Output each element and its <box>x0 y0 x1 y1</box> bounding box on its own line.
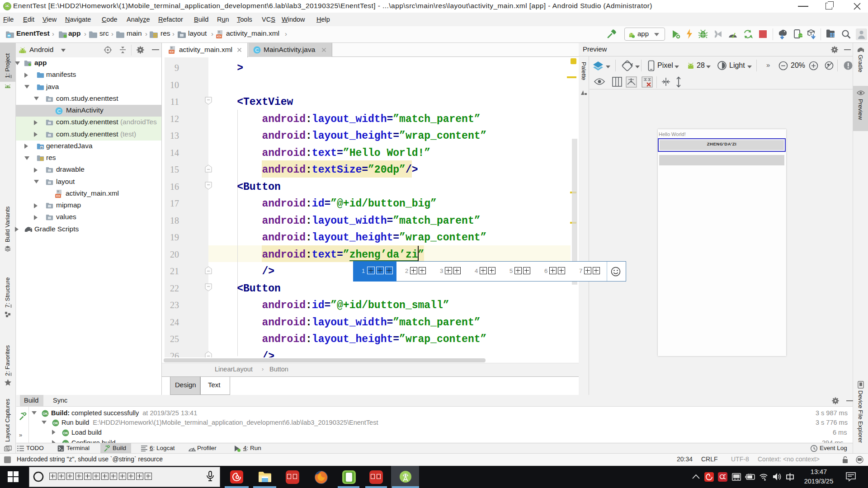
svg-text:C: C <box>255 47 259 53</box>
svg-text:C: C <box>57 108 61 113</box>
svg-text:OK: OK <box>53 421 58 425</box>
svg-text:OK: OK <box>63 431 68 435</box>
svg-text:<>: <> <box>217 34 222 38</box>
svg-text:OK: OK <box>42 412 48 416</box>
svg-text:<>: <> <box>170 50 174 54</box>
svg-text:<>: <> <box>56 194 61 198</box>
